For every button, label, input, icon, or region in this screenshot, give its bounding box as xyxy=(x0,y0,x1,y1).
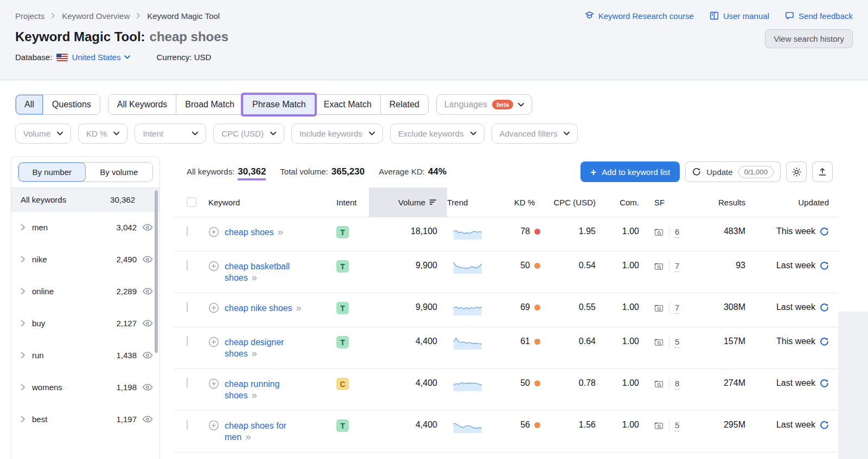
database-selector[interactable]: United States xyxy=(56,53,130,62)
toggle-by-volume[interactable]: By volume xyxy=(86,163,153,182)
keyword-link[interactable]: cheap shoes» xyxy=(225,227,282,238)
col-com[interactable]: Com. xyxy=(605,188,647,217)
serp-preview-icon[interactable] xyxy=(654,228,663,237)
tab-exact-match[interactable]: Exact Match xyxy=(315,95,380,114)
breadcrumb-item[interactable]: Keyword Magic Tool xyxy=(147,11,220,21)
sidebar-group-item[interactable]: men3,042 xyxy=(11,211,159,243)
col-results[interactable]: Results xyxy=(699,188,753,217)
sf-count-link[interactable]: 7 xyxy=(675,303,679,314)
keyword-expand-icon[interactable]: » xyxy=(252,272,256,283)
col-trend[interactable]: Trend xyxy=(447,188,499,217)
tab-group-match-type: All KeywordsBroad MatchPhrase MatchExact… xyxy=(108,94,429,115)
beta-badge: beta xyxy=(492,100,513,109)
refresh-icon[interactable] xyxy=(820,261,829,270)
sidebar-group-item[interactable]: online2,289 xyxy=(11,275,159,307)
book-icon xyxy=(709,11,719,21)
filter-include-keywords[interactable]: Include keywords xyxy=(291,124,383,144)
tab-all[interactable]: All xyxy=(16,95,43,114)
sidebar-group-item[interactable]: buy2,127 xyxy=(11,307,159,339)
row-checkbox[interactable] xyxy=(187,378,188,388)
sidebar-group-item[interactable]: run1,438 xyxy=(11,339,159,371)
select-all-checkbox[interactable] xyxy=(187,197,196,207)
tab-related[interactable]: Related xyxy=(380,95,428,114)
keyword-expand-icon[interactable]: » xyxy=(252,390,256,400)
keyword-link[interactable]: cheap shoes for men» xyxy=(225,420,313,443)
toggle-by-number[interactable]: By number xyxy=(18,163,86,182)
filter-intent[interactable]: Intent xyxy=(135,124,206,144)
col-sf[interactable]: SF xyxy=(647,188,699,217)
sidebar-scrollbar[interactable] xyxy=(155,190,158,353)
keyword-expand-icon[interactable]: » xyxy=(252,348,256,359)
row-checkbox[interactable] xyxy=(187,336,188,346)
export-button[interactable] xyxy=(812,161,833,182)
add-keyword-icon[interactable] xyxy=(208,227,219,237)
view-search-history-button[interactable]: View search history xyxy=(765,29,853,48)
header-link-feedback[interactable]: Send feedback xyxy=(784,11,853,21)
breadcrumb-item[interactable]: Projects xyxy=(15,11,44,21)
header-link-academy[interactable]: Keyword Research course xyxy=(584,11,694,21)
tab-broad-match[interactable]: Broad Match xyxy=(176,95,243,114)
serp-preview-icon[interactable] xyxy=(654,422,663,430)
serp-preview-icon[interactable] xyxy=(654,338,663,347)
row-checkbox[interactable] xyxy=(187,419,188,430)
intent-cell: T xyxy=(336,420,369,432)
keyword-link[interactable]: cheap nike shoes» xyxy=(225,302,301,314)
table-settings-button[interactable] xyxy=(786,161,807,182)
add-keyword-icon[interactable] xyxy=(208,337,219,347)
col-kd[interactable]: KD % xyxy=(499,188,545,217)
header-link-book[interactable]: User manual xyxy=(709,11,769,21)
filter-kd-[interactable]: KD % xyxy=(78,124,127,144)
refresh-icon[interactable] xyxy=(820,379,829,388)
refresh-icon[interactable] xyxy=(820,337,829,346)
sidebar-group-item[interactable]: womens1,198 xyxy=(11,371,159,403)
row-checkbox[interactable] xyxy=(187,302,188,312)
update-button[interactable]: Update 0/1,000 xyxy=(685,161,781,182)
row-checkbox[interactable] xyxy=(187,260,188,270)
sidebar-group-item[interactable]: best1,197 xyxy=(11,403,159,435)
keyword-link[interactable]: cheap basketball shoes» xyxy=(225,261,313,283)
refresh-icon[interactable] xyxy=(820,303,829,312)
add-keyword-icon[interactable] xyxy=(208,378,219,389)
keyword-expand-icon[interactable]: » xyxy=(245,431,250,442)
sf-count-link[interactable]: 6 xyxy=(675,227,679,238)
tab-questions[interactable]: Questions xyxy=(43,95,100,114)
filter-cpc-usd-[interactable]: CPC (USD) xyxy=(213,124,284,144)
database-value: United States xyxy=(72,53,120,62)
languages-dropdown[interactable]: Languagesbeta xyxy=(436,94,532,115)
col-intent[interactable]: Intent xyxy=(336,188,369,217)
refresh-icon[interactable] xyxy=(820,227,829,236)
serp-preview-icon[interactable] xyxy=(654,262,663,271)
sf-count-link[interactable]: 5 xyxy=(675,421,679,431)
tab-all-keywords[interactable]: All Keywords xyxy=(108,95,176,114)
sf-count-link[interactable]: 7 xyxy=(675,261,679,272)
keyword-link[interactable]: cheap designer shoes» xyxy=(225,337,313,359)
filter-advanced-filters[interactable]: Advanced filters xyxy=(492,124,578,144)
col-cpc[interactable]: CPC (USD) xyxy=(545,188,605,217)
refresh-icon[interactable] xyxy=(820,421,829,430)
row-checkbox[interactable] xyxy=(187,226,188,236)
col-keyword[interactable]: Keyword xyxy=(208,188,336,217)
add-keyword-icon[interactable] xyxy=(208,420,219,431)
add-keyword-icon[interactable] xyxy=(208,302,219,313)
add-to-keyword-list-button[interactable]: + Add to keyword list xyxy=(580,161,680,182)
serp-features-cell: 8 xyxy=(647,378,699,390)
keyword-expand-icon[interactable]: » xyxy=(296,302,301,313)
col-volume[interactable]: Volume xyxy=(369,188,447,217)
keyword-link[interactable]: cheap running shoes» xyxy=(225,378,313,401)
competition-cell: 1.00 xyxy=(605,420,647,430)
tab-phrase-match[interactable]: Phrase Match xyxy=(243,95,315,114)
keyword-expand-icon[interactable]: » xyxy=(278,227,282,237)
breadcrumb-item[interactable]: Keyword Overview xyxy=(62,11,130,21)
sf-count-link[interactable]: 8 xyxy=(675,379,679,390)
filter-volume[interactable]: Volume xyxy=(15,124,71,144)
serp-preview-icon[interactable] xyxy=(654,304,663,313)
add-keyword-icon[interactable] xyxy=(208,261,219,271)
filter-exclude-keywords[interactable]: Exclude keywords xyxy=(390,124,484,144)
sidebar-group-item[interactable]: nike2,490 xyxy=(11,243,159,275)
col-updated[interactable]: Updated xyxy=(753,188,834,217)
eye-icon xyxy=(142,319,153,327)
updated-cell: Last week xyxy=(753,302,834,312)
sf-count-link[interactable]: 5 xyxy=(675,337,679,348)
serp-preview-icon[interactable] xyxy=(654,380,663,389)
sidebar-all-keywords-row[interactable]: All keywords 30,362 xyxy=(11,188,159,211)
